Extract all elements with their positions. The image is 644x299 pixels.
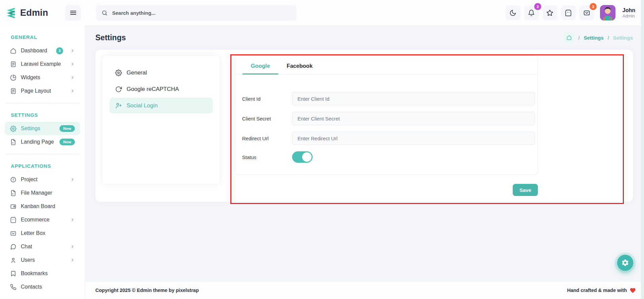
dark-mode-button[interactable] bbox=[506, 5, 520, 20]
shopping-bag-icon bbox=[10, 217, 16, 223]
redirect-url-input[interactable] bbox=[292, 132, 535, 145]
mail-icon bbox=[583, 9, 590, 16]
sidebar-item-kanban-board[interactable]: Kanban Board bbox=[5, 200, 80, 213]
sidebar-item-file-manager[interactable]: File Manager bbox=[5, 186, 80, 200]
top-bar: Edmin 3 bbox=[0, 0, 644, 26]
settings-nav-label: Google reCAPTCHA bbox=[127, 86, 179, 93]
breadcrumb-home-button[interactable] bbox=[564, 33, 574, 43]
pie-chart-icon bbox=[10, 74, 16, 81]
settings-nav-google-recaptcha[interactable]: Google reCAPTCHA bbox=[109, 81, 213, 97]
search-icon bbox=[101, 10, 108, 16]
client-id-input[interactable] bbox=[292, 92, 535, 105]
sidebar-item-label: Chat bbox=[21, 244, 32, 250]
chevron-right-icon bbox=[70, 177, 75, 182]
sidebar-item-label: File Manager bbox=[21, 190, 52, 196]
brand-logo[interactable]: Edmin bbox=[0, 7, 60, 19]
gear-icon bbox=[115, 69, 122, 76]
brand-name: Edmin bbox=[20, 8, 48, 18]
main-content: Settings / Settings / Settings General bbox=[86, 26, 644, 281]
bell-icon bbox=[528, 9, 535, 16]
chevron-right-icon bbox=[70, 48, 75, 53]
settings-card: General Google reCAPTCHA Social Login Go… bbox=[95, 50, 633, 202]
sidebar-item-label: Ecommerce bbox=[21, 217, 49, 223]
user-info[interactable]: John Admin bbox=[623, 7, 635, 19]
home-icon bbox=[566, 35, 572, 40]
client-id-label: Client Id bbox=[242, 96, 292, 102]
gear-icon bbox=[10, 126, 16, 132]
sidebar-item-users[interactable]: Users bbox=[5, 253, 80, 267]
chevron-right-icon bbox=[70, 244, 75, 249]
settings-nav-label: General bbox=[127, 69, 147, 76]
user-role: Admin bbox=[623, 13, 635, 19]
file-text-icon bbox=[10, 61, 16, 67]
sidebar-item-settings[interactable]: Settings New bbox=[5, 122, 80, 135]
chevron-right-icon bbox=[70, 62, 75, 66]
bookmark-star-button[interactable] bbox=[543, 5, 557, 20]
sidebar-item-dashboard[interactable]: Dashboard 3 bbox=[5, 44, 80, 57]
sidebar-item-label: Kanban Board bbox=[21, 203, 55, 209]
breadcrumb-item-settings[interactable]: Settings bbox=[584, 35, 603, 41]
settings-nav-label: Social Login bbox=[127, 102, 158, 109]
board-icon bbox=[10, 203, 16, 210]
sidebar-item-bookmarks[interactable]: Bookmarks bbox=[5, 267, 80, 280]
breadcrumb-separator: / bbox=[608, 35, 609, 41]
customizer-fab-button[interactable] bbox=[617, 255, 633, 271]
messages-button[interactable]: 3 bbox=[580, 5, 594, 20]
sidebar-item-project[interactable]: Project bbox=[5, 173, 80, 186]
heart-icon bbox=[630, 287, 636, 294]
page-title: Settings bbox=[95, 33, 126, 42]
sidebar-item-label: Dashboard bbox=[21, 48, 47, 54]
recaptcha-icon bbox=[115, 86, 122, 93]
settings-nav-social-login[interactable]: Social Login bbox=[109, 98, 213, 113]
user-avatar[interactable] bbox=[600, 5, 615, 20]
sidebar-divider bbox=[6, 154, 79, 154]
cart-button[interactable] bbox=[561, 5, 576, 20]
tab-facebook[interactable]: Facebook bbox=[278, 56, 321, 74]
sidebar-item-laravel-example[interactable]: Laravel Example bbox=[5, 57, 80, 71]
notifications-button[interactable]: 3 bbox=[524, 5, 539, 20]
search-box bbox=[96, 5, 296, 21]
settings-nav-general[interactable]: General bbox=[109, 65, 213, 81]
sidebar-item-label: Page Layout bbox=[21, 88, 51, 94]
sidebar-item-page-layout[interactable]: Page Layout bbox=[5, 84, 80, 98]
new-badge: New bbox=[59, 139, 75, 145]
client-secret-input[interactable] bbox=[292, 112, 535, 125]
sidebar-item-contacts[interactable]: Contacts bbox=[5, 280, 80, 294]
chevron-right-icon bbox=[70, 89, 75, 93]
sidebar-item-label: Settings bbox=[21, 126, 40, 132]
sidebar-divider bbox=[6, 103, 79, 103]
scrollbar[interactable] bbox=[641, 0, 644, 299]
redirect-url-label: Redirect Url bbox=[242, 136, 292, 141]
shopping-bag-icon bbox=[565, 9, 572, 16]
sidebar-toggle-button[interactable] bbox=[65, 5, 81, 21]
user-icon bbox=[10, 257, 16, 263]
breadcrumb: / Settings / Settings bbox=[564, 33, 633, 43]
footer-tagline: Hand crafted & made with bbox=[567, 288, 627, 293]
sidebar-item-letter-box[interactable]: Letter Box bbox=[5, 227, 80, 240]
status-toggle[interactable] bbox=[292, 151, 313, 163]
search-input[interactable] bbox=[111, 10, 291, 16]
sidebar-item-ecommerce[interactable]: Ecommerce bbox=[5, 213, 80, 227]
sidebar-item-chat[interactable]: Chat bbox=[5, 240, 80, 253]
sidebar-item-label: Project bbox=[21, 177, 38, 183]
chevron-right-icon bbox=[70, 217, 75, 222]
sidebar-item-label: Landing Page bbox=[21, 139, 54, 145]
mail-icon bbox=[10, 230, 16, 237]
sidebar-section-applications: APPLICATIONS bbox=[0, 163, 85, 169]
sidebar-item-landing-page[interactable]: Landing Page New bbox=[5, 135, 80, 149]
sidebar-item-label: Laravel Example bbox=[21, 61, 61, 67]
sidebar-item-label: Bookmarks bbox=[21, 270, 48, 277]
tab-google[interactable]: Google bbox=[242, 56, 278, 74]
new-badge: New bbox=[59, 125, 75, 132]
sidebar-item-widgets[interactable]: Widgets bbox=[5, 71, 80, 84]
client-secret-label: Client Secret bbox=[242, 116, 292, 121]
sidebar-section-settings: SETTINGS bbox=[0, 112, 85, 118]
bookmark-icon bbox=[10, 270, 16, 277]
settings-nav-card: General Google reCAPTCHA Social Login bbox=[103, 56, 220, 184]
sidebar: GENERAL Dashboard 3 Laravel Example Widg… bbox=[0, 26, 85, 299]
notification-count-badge: 3 bbox=[534, 3, 541, 10]
chevron-right-icon bbox=[70, 258, 75, 262]
status-label: Status bbox=[242, 154, 292, 160]
save-button[interactable]: Save bbox=[513, 184, 538, 196]
file-icon bbox=[10, 190, 16, 196]
